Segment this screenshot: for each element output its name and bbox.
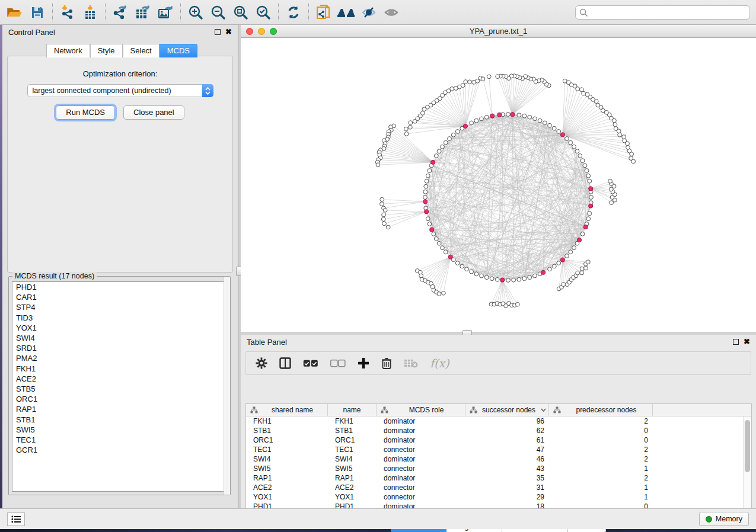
table-cell: ORC1	[246, 436, 328, 444]
table-row[interactable]: RAP1RAP1dominator352	[246, 473, 743, 483]
main-toolbar	[0, 0, 756, 25]
mcds-result-item[interactable]: SWI5	[12, 425, 227, 435]
table-row[interactable]: ORC1ORC1dominator610	[246, 435, 743, 445]
mcds-result-item[interactable]: YOX1	[12, 323, 227, 333]
select-all-columns-button[interactable]	[303, 360, 318, 367]
mcds-result-item[interactable]: PHD1	[12, 282, 227, 292]
hide-selected-button[interactable]	[358, 2, 380, 23]
mcds-list-scrollbar[interactable]	[224, 277, 230, 495]
close-panel-icon[interactable]: ✖	[744, 339, 750, 345]
column-header[interactable]: MCDS role	[377, 404, 465, 416]
table-row[interactable]: TEC1TEC1connector472	[246, 445, 743, 454]
table-cell: 47	[465, 446, 549, 454]
export-table-button[interactable]	[132, 2, 154, 23]
table-row[interactable]: SWI4SWI4dominator462	[246, 454, 743, 464]
table-row[interactable]: ACE2ACE2connector311	[246, 483, 743, 492]
task-history-button[interactable]	[7, 512, 25, 526]
export-table-icon	[135, 5, 151, 20]
function-builder-button[interactable]: f(x)	[430, 357, 449, 370]
mcds-result-item[interactable]: STB5	[12, 384, 227, 394]
criterion-dropdown[interactable]: largest connected component (undirected)	[27, 84, 213, 97]
mcds-result-item[interactable]: RAP1	[12, 404, 227, 414]
control-panel-tab[interactable]: MCDS	[160, 44, 197, 57]
table-row[interactable]: FKH1FKH1dominator962	[246, 416, 743, 426]
mcds-result-item[interactable]: STP4	[12, 302, 227, 312]
table-row[interactable]: SWI5SWI5connector431	[246, 464, 743, 473]
delete-column-button[interactable]	[381, 357, 392, 369]
delete-table-button[interactable]	[404, 358, 418, 368]
show-column-panel-button[interactable]	[279, 357, 291, 369]
show-all-button[interactable]	[380, 2, 403, 23]
mcds-result-item[interactable]: STB1	[12, 414, 227, 424]
table-row[interactable]: STB1STB1dominator620	[246, 426, 743, 435]
mcds-result-item[interactable]: TEC1	[12, 435, 227, 445]
table-cell: dominator	[377, 427, 465, 435]
control-panel: Control Panel ✖ NetworkStyleSelectMCDS O…	[2, 25, 238, 508]
network-canvas[interactable]	[241, 38, 756, 332]
mcds-result-item[interactable]: PMA2	[12, 353, 227, 363]
run-mcds-button[interactable]: Run MCDS	[56, 105, 115, 120]
table-cell: ACE2	[328, 483, 377, 492]
import-table-button[interactable]	[79, 2, 101, 23]
import-network-button[interactable]	[56, 2, 79, 23]
control-panel-tab[interactable]: Select	[123, 44, 160, 57]
table-row[interactable]: YOX1YOX1connector291	[246, 492, 743, 502]
table-panel: Table Panel ✖	[241, 335, 756, 508]
search-box[interactable]	[575, 5, 750, 20]
refresh-arrows-icon	[286, 5, 301, 20]
table-cell: SWI4	[246, 455, 328, 463]
column-type-icon	[553, 406, 561, 414]
table-cell: connector	[377, 464, 465, 473]
open-session-button[interactable]	[4, 2, 26, 23]
zoom-out-button[interactable]	[207, 2, 229, 23]
export-image-icon	[157, 5, 174, 20]
export-network-button[interactable]	[109, 2, 132, 23]
maximize-window-icon[interactable]	[270, 28, 277, 35]
zoom-fit-icon	[233, 5, 248, 20]
zoom-fit-button[interactable]	[229, 2, 252, 23]
column-header[interactable]: name	[328, 404, 377, 416]
export-image-button[interactable]	[154, 2, 177, 23]
control-panel-tab[interactable]: Network	[46, 44, 90, 57]
table-cell: ORC1	[328, 436, 377, 444]
mcds-result-item[interactable]: GCR1	[12, 445, 227, 455]
table-cell: 1	[549, 483, 653, 492]
table-scrollbar[interactable]	[743, 416, 751, 515]
zoom-in-button[interactable]	[184, 2, 207, 23]
scrollbar-thumb[interactable]	[745, 420, 750, 472]
mcds-result-item[interactable]: FKH1	[12, 364, 227, 374]
float-panel-icon[interactable]	[733, 339, 739, 345]
mcds-result-item[interactable]: SRD1	[12, 343, 227, 353]
float-panel-icon[interactable]	[215, 29, 221, 35]
close-window-icon[interactable]	[246, 28, 253, 35]
create-column-button[interactable]	[358, 357, 369, 369]
close-panel-icon[interactable]: ✖	[225, 29, 232, 35]
memory-button[interactable]: Memory	[699, 512, 749, 526]
column-header[interactable]: predecessor nodes	[549, 404, 653, 416]
zoom-selected-button[interactable]	[252, 2, 275, 23]
close-panel-button[interactable]: Close panel	[123, 105, 184, 120]
control-panel-tab[interactable]: Style	[90, 44, 123, 57]
mcds-result-item[interactable]: ACE2	[12, 374, 227, 384]
column-header[interactable]: successor nodes	[465, 404, 549, 416]
mcds-result-item[interactable]: CAR1	[12, 292, 227, 302]
zoom-in-icon	[188, 5, 203, 20]
column-header[interactable]: shared name	[246, 404, 328, 416]
save-session-button[interactable]	[26, 2, 49, 23]
table-cell: 2	[549, 446, 653, 454]
table-panel-title: Table Panel	[247, 338, 287, 347]
table-panel-titlebar: Table Panel ✖	[241, 335, 756, 349]
deselect-all-columns-button[interactable]	[330, 360, 346, 367]
new-network-from-selection-button[interactable]	[312, 2, 335, 23]
network-window-titlebar[interactable]: YPA_prune.txt_1	[241, 25, 756, 38]
mcds-result-item[interactable]: SWI4	[12, 333, 227, 343]
toolbar-separator	[105, 4, 106, 21]
mcds-result-item[interactable]: ORC1	[12, 394, 227, 404]
search-input[interactable]	[588, 8, 746, 17]
mcds-result-item[interactable]: TID3	[12, 313, 227, 323]
apply-layout-button[interactable]	[282, 2, 305, 23]
minimize-window-icon[interactable]	[258, 28, 265, 35]
binoculars-button[interactable]	[335, 2, 358, 23]
table-cell: dominator	[377, 417, 465, 425]
table-settings-button[interactable]	[256, 357, 267, 369]
